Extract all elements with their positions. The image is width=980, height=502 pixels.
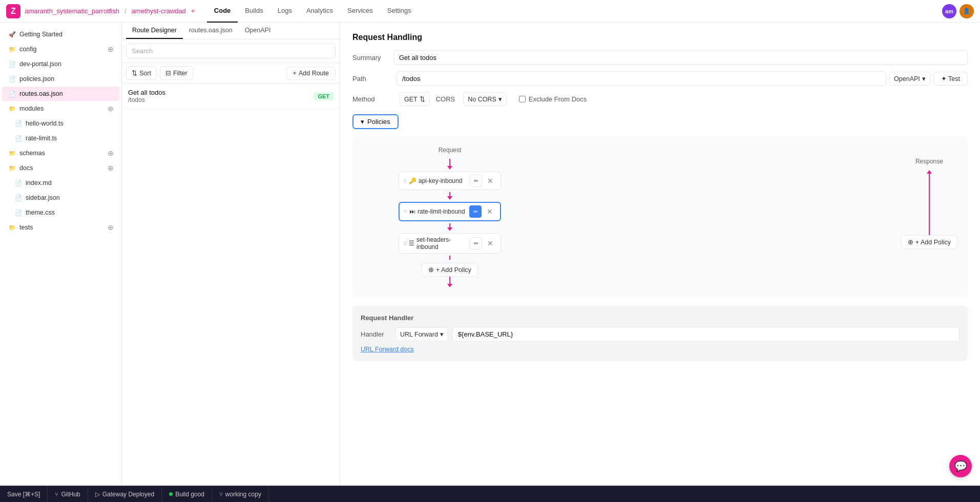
set-headers-remove[interactable]: ✕ [484,237,496,249]
add-route-button[interactable]: + Add Route [286,67,336,80]
sidebar-item-sidebar-json[interactable]: 📄 sidebar.json ··· [2,191,119,205]
openapi-select[interactable]: OpenAPI ▾ [889,72,930,86]
save-item[interactable]: Save [⌘+S] [0,486,48,502]
working-copy-label: working copy [225,491,261,498]
response-label: Response [915,158,943,165]
sidebar-item-schemas[interactable]: 📁 schemas ⊕ [2,146,119,160]
path-label: Path [352,75,393,82]
routes-label: routes.oas.json [19,90,109,97]
sidebar-item-tests[interactable]: 📁 tests ⊕ [2,220,119,235]
sidebar-item-routes[interactable]: 📄 routes.oas.json ··· [2,87,119,101]
policies-header: ▾ Policies [352,114,968,129]
flow-arrow-2 [447,196,452,200]
method-badge-0: GET [314,92,333,100]
set-headers-edit[interactable]: ✏ [470,237,482,249]
folder-icon-config: 📁 [8,45,16,53]
api-key-remove[interactable]: ✕ [484,175,496,187]
exclude-check[interactable] [519,96,526,102]
nav-tab-code[interactable]: Code [207,0,238,23]
flow-arrow-1 [447,166,452,170]
nav-tab-analytics[interactable]: Analytics [299,0,340,23]
rate-limit-label: rate-limit.ts [26,135,109,142]
nav-tab-settings[interactable]: Settings [380,0,419,23]
flow-arrow-up [927,170,932,174]
org-name[interactable]: amaranth_systematic_parrotfish [25,7,119,15]
bottom-bar: Save [⌘+S] ⑂ GitHub ▷ Gateway Deployed B… [0,486,980,502]
sidebar-item-theme[interactable]: 📄 theme.css ··· [2,205,119,220]
nav-separator: / [124,7,127,15]
docs-add-btn[interactable]: ⊕ [106,163,115,173]
sidebar-item-hello-world[interactable]: 📄 hello-world.ts ··· [2,116,119,131]
test-button[interactable]: ✦ Test [933,72,968,86]
filter-button[interactable]: ⊟ Filter [160,66,193,80]
policies-toggle-button[interactable]: ▾ Policies [352,114,399,129]
route-name-0: Get all todos [128,89,309,96]
handler-row: Handler URL Forward ▾ [361,327,960,342]
schemas-label: schemas [19,150,106,157]
chat-fab[interactable]: 💬 [949,455,972,477]
sidebar-item-rate-limit[interactable]: 📄 rate-limit.ts ··· [2,131,119,145]
summary-input[interactable] [393,50,968,65]
policies-label: policies.json [19,75,109,82]
github-item[interactable]: ⑂ GitHub [48,486,88,502]
sidebar-item-dev-portal[interactable]: 📄 dev-portal.json ··· [2,57,119,71]
route-search [122,39,340,63]
cors-select[interactable]: No CORS ▾ [463,92,507,106]
config-add-btn[interactable]: ⊕ [106,45,115,54]
route-path-0: /todos [128,96,309,103]
section-title: Request Handling [352,33,968,42]
api-key-edit[interactable]: ✏ [470,175,482,187]
route-item-0[interactable]: Get all todos /todos GET [122,83,340,109]
path-input[interactable] [397,71,886,86]
working-copy-item[interactable]: ⑂ working copy [212,486,269,502]
file-icon-rate: 📄 [14,134,23,142]
folder-icon-schemas: 📁 [8,149,16,157]
nav-tab-services[interactable]: Services [340,0,380,23]
exclude-checkbox[interactable]: Exclude From Docs [519,95,587,103]
file-icon-index: 📄 [14,179,23,187]
handler-input[interactable] [452,327,960,342]
build-item[interactable]: Build good [162,486,212,502]
method-select[interactable]: GET ⇅ [400,92,430,106]
avatar-1: am [942,4,956,18]
modules-add-btn[interactable]: ⊕ [106,104,115,113]
route-tab-json[interactable]: routes.oas.json [183,23,239,39]
branch-icon-bottom: ⑂ [219,491,223,498]
route-tab-openapi[interactable]: OpenAPI [239,23,277,39]
sort-button[interactable]: ⇅ Sort [126,66,157,80]
sidebar-item-modules[interactable]: 📁 modules ⊕ [2,101,119,116]
file-icon-dev-portal: 📄 [8,60,16,68]
tests-add-btn[interactable]: ⊕ [106,223,115,232]
rate-limit-remove[interactable]: ✕ [484,205,496,218]
route-actions: ⇅ Sort ⊟ Filter + Add Route [122,63,340,83]
handler-label: Handler [361,330,391,338]
project-name[interactable]: amethyst-crawdad [132,7,186,15]
url-forward-docs-link[interactable]: URL Forward docs [361,346,414,353]
sidebar-item-docs[interactable]: 📁 docs ⊕ [2,161,119,175]
add-policy-resp-button[interactable]: ⊕ + Add Policy [901,235,957,249]
openapi-chevron: ▾ [922,75,926,82]
rate-limit-edit[interactable]: ✏ [469,205,482,218]
search-input[interactable] [126,44,336,58]
nav-tab-logs[interactable]: Logs [270,0,299,23]
sidebar-item-getting-started[interactable]: 🚀 Getting Started [2,27,119,41]
route-panel-tabs: Route Designer routes.oas.json OpenAPI [122,23,340,39]
set-headers-label: set-headers-inbound [416,236,468,250]
sidebar-item-config[interactable]: 📁 config ⊕ [2,42,119,56]
add-policy-button[interactable]: ⊕ + Add Policy [422,263,478,277]
gateway-item[interactable]: ▷ Gateway Deployed [88,486,162,502]
method-value: GET [404,96,418,103]
headers-icon: ☰ [409,240,414,247]
openapi-label: OpenAPI [894,75,920,82]
save-label: Save [⌘+S] [7,491,40,498]
right-panel: Request Handling Summary Path OpenAPI ▾ … [340,23,980,486]
sidebar-item-policies[interactable]: 📄 policies.json ··· [2,72,119,86]
sidebar-item-index[interactable]: 📄 index.md ··· [2,176,119,190]
sidebar-json-label: sidebar.json [26,194,109,201]
handler-select[interactable]: URL Forward ▾ [395,327,448,341]
add-policy-resp-icon: ⊕ [908,238,913,246]
rate-limit-label: rate-limit-inbound [418,208,467,215]
schemas-add-btn[interactable]: ⊕ [106,149,115,158]
route-tab-designer[interactable]: Route Designer [126,23,183,39]
nav-tab-builds[interactable]: Builds [238,0,270,23]
